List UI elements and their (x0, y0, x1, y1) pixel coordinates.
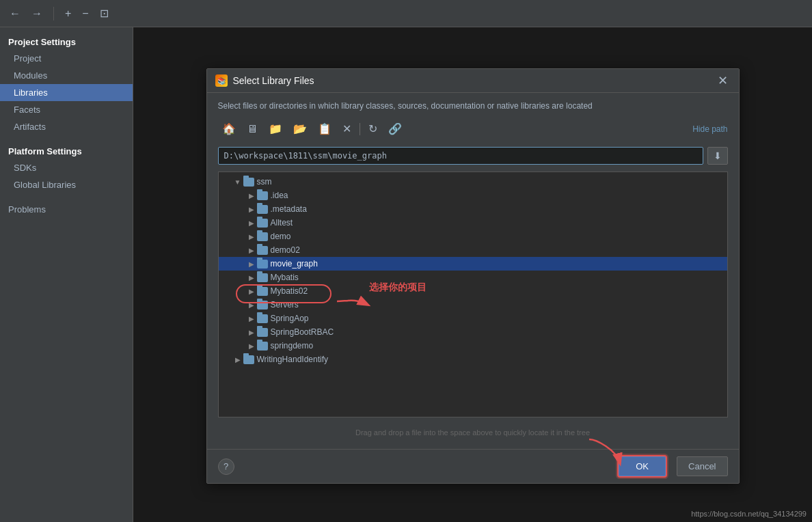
tree-item-mybatis[interactable]: ▶ Mybatis (219, 271, 727, 284)
folder-icon-alltest (257, 219, 268, 228)
sidebar-item-modules[interactable]: Modules (0, 67, 133, 84)
dialog-title-text: Select Library Files (233, 75, 709, 86)
folder-icon-writinghandidentify (243, 355, 254, 364)
sidebar-item-artifacts[interactable]: Artifacts (0, 118, 133, 135)
tree-item-ssm[interactable]: ▼ ssm (219, 175, 727, 189)
cancel-button[interactable]: Cancel (677, 456, 727, 476)
tree-arrow-movie-graph: ▶ (246, 260, 257, 268)
dialog-title-bar: 📚 Select Library Files ✕ (207, 69, 739, 93)
tree-label-ssm: ssm (257, 177, 272, 187)
tree-item-idea[interactable]: ▶ .idea (219, 189, 727, 202)
tree-item-demo[interactable]: ▶ demo (219, 230, 727, 243)
tree-item-servers[interactable]: ▶ Servers (219, 298, 727, 312)
toolbar-sep (360, 123, 360, 135)
folder-icon-metadata (257, 205, 268, 214)
tree-label-mybatis02: Mybatis02 (271, 286, 308, 296)
tree-label-springbootrbac: SpringBootRBAC (271, 327, 334, 337)
folder-icon-springaop (257, 314, 268, 323)
home-button[interactable]: 🏠 (218, 120, 240, 137)
platform-settings-title: Platform Settings (0, 142, 133, 159)
help-button[interactable]: ? (218, 458, 234, 475)
dialog-description: Select files or directories in which lib… (218, 101, 728, 111)
copy-button[interactable]: ⊡ (97, 5, 111, 21)
sidebar-item-sdks[interactable]: SDKs (0, 159, 133, 176)
tree-item-mybatis02[interactable]: ▶ Mybatis02 (219, 284, 727, 298)
tree-arrow-springaop: ▶ (246, 315, 257, 322)
tree-label-demo: demo (271, 232, 291, 241)
tree-label-metadata: .metadata (271, 204, 307, 214)
dialog-footer: ? OK Cancel (207, 449, 739, 483)
main-area: 📚 Select Library Files ✕ Select files or… (133, 27, 812, 522)
folder-icon-demo (257, 232, 268, 241)
tree-arrow-servers: ▶ (246, 301, 257, 309)
tree-item-springbootrbac[interactable]: ▶ SpringBootRBAC (219, 325, 727, 339)
tree-label-alltest: Alltest (271, 218, 293, 228)
tree-item-metadata[interactable]: ▶ .metadata (219, 202, 727, 216)
forward-button[interactable]: → (29, 6, 45, 21)
sidebar: Project Settings Project Modules Librari… (0, 27, 133, 522)
add-button[interactable]: + (62, 6, 74, 21)
tree-arrow-mybatis: ▶ (246, 274, 257, 281)
sidebar-item-libraries[interactable]: Libraries (0, 84, 133, 101)
dialog: 📚 Select Library Files ✕ Select files or… (206, 68, 740, 484)
expand-folder-button[interactable]: 📂 (289, 120, 311, 137)
main-content: Project Settings Project Modules Librari… (0, 27, 812, 522)
tree-label-servers: Servers (271, 300, 299, 310)
tree-arrow-metadata: ▶ (246, 206, 257, 213)
folder-icon-ssm (243, 178, 254, 187)
remove-button[interactable]: − (79, 6, 91, 21)
hide-path-button[interactable]: Hide path (692, 124, 727, 134)
file-tree[interactable]: ▼ ssm ▶ .idea ▶ .metadata (218, 171, 728, 417)
path-refresh-button[interactable]: ⬇ (707, 147, 728, 165)
tree-arrow-writinghandidentify: ▶ (232, 356, 243, 363)
sidebar-item-project[interactable]: Project (0, 50, 133, 67)
back-button[interactable]: ← (7, 6, 23, 21)
tree-item-demo02[interactable]: ▶ demo02 (219, 243, 727, 257)
sidebar-item-global-libraries[interactable]: Global Libraries (0, 176, 133, 193)
dialog-toolbar: 🏠 🖥 📁 📂 📋 ✕ ↻ 🔗 Hide path (218, 118, 728, 140)
tree-label-mybatis: Mybatis (271, 273, 299, 282)
new-folder-button[interactable]: 📁 (265, 120, 286, 137)
tree-label-idea: .idea (271, 191, 288, 200)
sidebar-item-facets[interactable]: Facets (0, 101, 133, 118)
folder-icon-servers (257, 301, 268, 310)
folder-icon-springdemo (257, 342, 268, 351)
ok-button[interactable]: OK (619, 456, 666, 476)
path-input[interactable] (218, 147, 703, 165)
tree-arrow-mybatis02: ▶ (246, 288, 257, 295)
tree-item-writinghandidentify[interactable]: ▶ WritingHandIdentify (219, 353, 727, 366)
dialog-close-button[interactable]: ✕ (715, 74, 731, 87)
tree-arrow-springbootrbac: ▶ (246, 329, 257, 336)
tree-item-springdemo[interactable]: ▶ springdemo (219, 339, 727, 353)
refresh-button[interactable]: ↻ (364, 120, 381, 137)
folder-icon-demo02 (257, 246, 268, 255)
tree-arrow-alltest: ▶ (246, 219, 257, 227)
dialog-body: Select files or directories in which lib… (207, 93, 739, 449)
tree-label-springaop: SpringAop (271, 314, 309, 323)
clipboard-button[interactable]: 📋 (314, 120, 336, 137)
folder-icon-springbootrbac (257, 328, 268, 337)
link-button[interactable]: 🔗 (384, 120, 406, 137)
folder-icon-movie-graph (257, 260, 268, 269)
top-toolbar: ← → + − ⊡ (0, 0, 812, 27)
tree-label-demo02: demo02 (271, 245, 300, 255)
desktop-button[interactable]: 🖥 (243, 121, 262, 137)
watermark: https://blog.csdn.net/qq_34134299 (691, 510, 807, 518)
tree-arrow-demo: ▶ (246, 233, 257, 241)
tree-arrow-springdemo: ▶ (246, 342, 257, 350)
tree-arrow-demo02: ▶ (246, 247, 257, 254)
project-settings-title: Project Settings (0, 33, 133, 50)
tree-item-springaop[interactable]: ▶ SpringAop (219, 312, 727, 325)
folder-icon-mybatis02 (257, 287, 268, 296)
tree-arrow-idea: ▶ (246, 192, 257, 200)
folder-icon-idea (257, 191, 268, 200)
tree-label-springdemo: springdemo (271, 341, 314, 351)
delete-button[interactable]: ✕ (338, 120, 355, 137)
drag-drop-hint: Drag and drop a file into the space abov… (218, 424, 728, 441)
sidebar-item-problems[interactable]: Problems (0, 197, 133, 218)
path-input-row: ⬇ (218, 147, 728, 165)
tree-item-movie-graph[interactable]: ▶ movie_graph (219, 257, 727, 271)
toolbar-separator (53, 7, 54, 20)
tree-item-alltest[interactable]: ▶ Alltest (219, 216, 727, 230)
tree-label-writinghandidentify: WritingHandIdentify (257, 355, 329, 364)
